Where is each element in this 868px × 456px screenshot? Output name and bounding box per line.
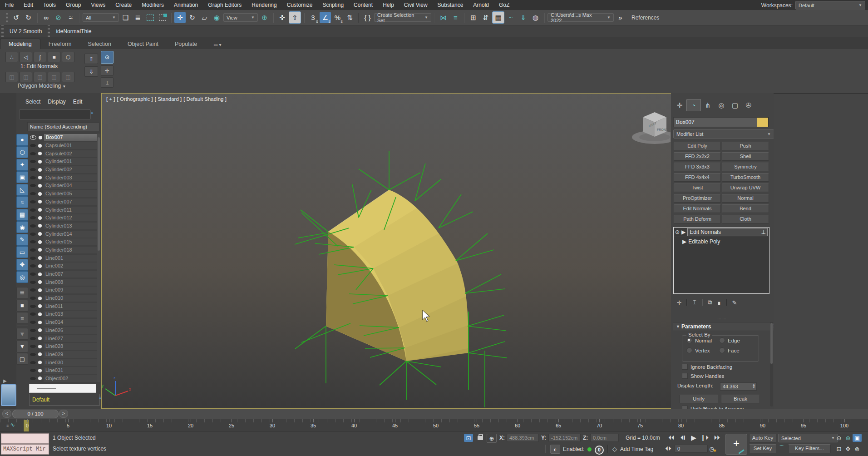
modifier-button-normal[interactable]: Normal	[722, 194, 769, 203]
display-xrefs-icon[interactable]: ◉	[16, 221, 28, 233]
normal-vector[interactable]	[456, 250, 494, 261]
eye-closed-icon[interactable]	[30, 240, 36, 243]
display-helpers-icon[interactable]: ◺	[16, 184, 28, 196]
search-expand-chevron-icon[interactable]: »	[91, 110, 94, 115]
display-spacewarps-icon[interactable]: ≈	[16, 196, 28, 208]
toolbar-tab-uv2smooth[interactable]: UV 2 Smooth	[5, 28, 46, 35]
pan-hand-icon[interactable]: ✥	[843, 445, 853, 453]
object-row-cylinder015[interactable]: Cylinder015	[30, 238, 97, 246]
add-time-tag[interactable]: Add Time Tag	[620, 446, 653, 452]
ribbon-tab-populate[interactable]: Populate	[167, 39, 205, 49]
select-and-move-icon[interactable]: ✛	[174, 12, 186, 23]
object-dot-icon[interactable]	[38, 328, 42, 332]
modifier-button-push[interactable]: Push	[722, 142, 769, 150]
filter-settings-icon[interactable]: ▼	[16, 328, 28, 340]
eye-closed-icon[interactable]	[30, 288, 36, 292]
normal-vector[interactable]	[359, 169, 389, 190]
panel-scrollbar[interactable]	[770, 322, 773, 406]
object-row-line028[interactable]: Line028	[30, 342, 97, 351]
object-row-line029[interactable]: Line029	[30, 351, 97, 359]
object-row-line031[interactable]: Line031	[30, 367, 97, 375]
display-bones-icon[interactable]: ✎	[16, 234, 28, 246]
modifier-button-edit-normals[interactable]: Edit Normals	[674, 204, 721, 213]
object-row-line009[interactable]: Line009	[30, 286, 97, 294]
object-dot-icon[interactable]	[38, 248, 42, 252]
percent-snap-toggle-icon[interactable]: %Ƨ	[332, 12, 343, 23]
eye-closed-icon[interactable]	[30, 377, 36, 380]
explorer-menu-select[interactable]: Select	[22, 99, 44, 105]
menu-graph-editors[interactable]: Graph Editors	[203, 0, 247, 10]
eye-closed-icon[interactable]	[30, 216, 36, 219]
eye-closed-icon[interactable]	[30, 305, 36, 308]
create-tab[interactable]: ✛	[673, 99, 686, 111]
select-object-icon[interactable]: ❏	[120, 12, 131, 23]
select-and-rotate-icon[interactable]: ↻	[187, 12, 198, 23]
object-dot-icon[interactable]	[38, 216, 42, 220]
make-unique-icon[interactable]: ⧉	[705, 298, 715, 307]
object-dot-icon[interactable]	[38, 321, 42, 324]
edge-icon[interactable]: ◁	[20, 52, 32, 62]
spinner-arrows-icon[interactable]: ▲▼	[752, 383, 755, 389]
object-dot-icon[interactable]	[38, 200, 42, 203]
schematic-view-icon[interactable]: ⇓	[518, 12, 529, 23]
modifier-button-cloth[interactable]: Cloth	[722, 215, 769, 223]
normal-vector[interactable]	[465, 289, 505, 293]
menu-modifiers[interactable]: Modifiers	[137, 0, 169, 10]
display-tab[interactable]: ▢	[728, 99, 742, 111]
normal-vector[interactable]	[406, 361, 441, 367]
keyboard-shortcut-override-icon[interactable]: ⇧	[289, 11, 301, 24]
window-crossing-icon[interactable]	[157, 12, 168, 23]
z-coordinate-field[interactable]: 0.0cm	[590, 434, 619, 442]
explorer-menu-edit[interactable]: Edit	[69, 99, 86, 105]
configure-modifier-sets-icon[interactable]: ✎	[730, 298, 739, 307]
explorer-horizontal-scrollbar[interactable]	[29, 384, 96, 393]
pin-stack-button[interactable]: ✛	[101, 65, 113, 76]
object-row-capsule001[interactable]: Capsule001	[30, 142, 97, 150]
select-and-manipulate-icon[interactable]: ✜	[276, 12, 288, 23]
eye-closed-icon[interactable]	[30, 337, 36, 340]
eye-closed-icon[interactable]	[30, 312, 36, 316]
select-by-name-icon[interactable]: ≣	[132, 12, 143, 23]
eye-closed-icon[interactable]	[30, 369, 36, 372]
menu-arnold[interactable]: Arnold	[468, 0, 494, 10]
show-end-result-toggle[interactable]: ⊙	[101, 51, 113, 64]
eye-closed-icon[interactable]	[30, 192, 36, 195]
next-key-icon[interactable]: ❙⏵	[700, 434, 709, 442]
normal-vector[interactable]	[468, 315, 504, 326]
modifier-list-dropdown[interactable]: Modifier List ▼	[673, 129, 774, 139]
object-row-line002[interactable]: Line002	[30, 262, 97, 270]
workspaces-dropdown[interactable]: Default ▼	[795, 1, 865, 10]
ribbon-panel-label[interactable]: Polygon Modeling ▼	[5, 83, 78, 89]
selection-filter-dropdown[interactable]: All▼	[83, 13, 119, 22]
display-materials-icon[interactable]: ▤	[16, 209, 28, 221]
modifier-button-bend[interactable]: Bend	[722, 204, 769, 213]
radio-vertex[interactable]: Vertex	[686, 347, 710, 353]
menu-scripting[interactable]: Scripting	[317, 0, 349, 10]
ribbon-display-toggle[interactable]: ▭ ▾	[205, 40, 229, 49]
motion-tab[interactable]: ◎	[715, 99, 728, 111]
redo-icon[interactable]: ↻	[23, 12, 34, 23]
eye-closed-icon[interactable]	[30, 168, 36, 171]
menu-content[interactable]: Content	[349, 0, 378, 10]
object-dot-icon[interactable]	[38, 168, 42, 172]
menu-group[interactable]: Group	[61, 0, 86, 10]
frame-step-icon[interactable]: ⏴⏵	[664, 445, 673, 453]
object-dot-icon[interactable]	[38, 144, 42, 148]
expand-arrow-icon[interactable]: ▶	[682, 238, 686, 245]
object-dot-icon[interactable]	[38, 345, 42, 348]
toggle-scene-explorer-icon[interactable]: ⊞	[468, 12, 479, 23]
modifier-button-ffd-4x4x4[interactable]: FFD 4x4x4	[674, 173, 721, 182]
absolute-mode-icon[interactable]: ⊕	[487, 434, 497, 443]
container-icon[interactable]: ▢	[16, 353, 28, 365]
display-frozen-icon[interactable]: ✥	[16, 259, 28, 271]
polygon-icon[interactable]: ■	[48, 52, 60, 62]
object-row-cylinder007[interactable]: Cylinder007	[30, 198, 97, 206]
object-row-cylinder002[interactable]: Cylinder002	[30, 166, 97, 174]
normal-vector[interactable]	[415, 179, 441, 201]
selection-lock-icon[interactable]	[478, 436, 483, 440]
eye-closed-icon[interactable]	[30, 281, 36, 284]
list-view-icon[interactable]: ≣	[16, 287, 28, 299]
mirror-icon[interactable]: ⋈	[438, 12, 449, 23]
next-frame-button[interactable]: >	[59, 410, 68, 418]
eye-closed-icon[interactable]	[30, 345, 36, 348]
